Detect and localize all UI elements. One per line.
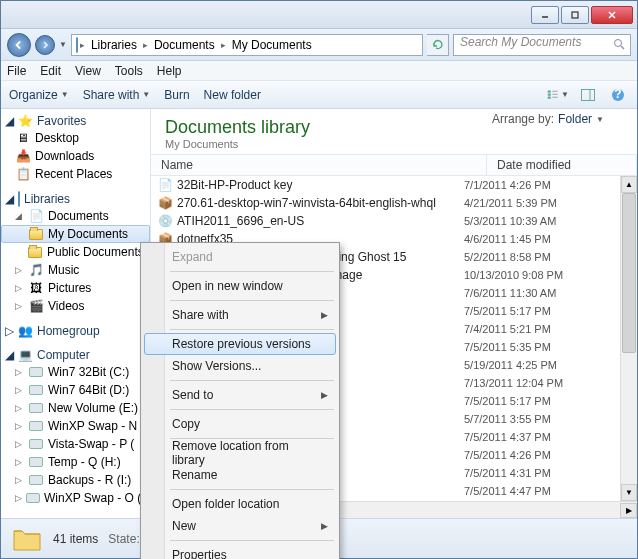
context-menu-item[interactable]: Show Versions... [144,355,336,377]
tree-desktop[interactable]: 🖥Desktop [1,129,150,147]
back-button[interactable] [7,33,31,57]
context-menu-item: Expand [144,246,336,268]
folder-icon [28,226,44,242]
search-input[interactable]: Search My Documents [453,34,631,56]
tree-drive[interactable]: ▷Temp - Q (H:) [1,453,150,471]
menu-view[interactable]: View [75,64,101,78]
share-with-button[interactable]: Share with ▼ [83,88,151,102]
maximize-button[interactable] [561,6,589,24]
arrange-by[interactable]: Arrange by: Folder ▼ [492,112,604,126]
view-options-button[interactable]: ▼ [547,86,569,104]
tree-documents[interactable]: ◢📄Documents [1,207,150,225]
expand-icon: ▷ [15,403,24,413]
collapse-icon: ◢ [5,192,14,206]
disk-icon [28,364,44,380]
menu-file[interactable]: File [7,64,26,78]
expand-icon: ▷ [5,324,14,338]
pictures-icon: 🖼 [28,280,44,296]
menu-separator [170,540,334,541]
expand-icon: ▷ [15,457,24,467]
arrange-value: Folder [558,112,592,126]
column-name[interactable]: Name [151,155,487,175]
tree-drive[interactable]: ▷Backups - R (I:) [1,471,150,489]
file-row[interactable]: 📄32Bit-HP-Product key7/1/2011 4:26 PM [151,176,620,194]
file-name: ATIH2011_6696_en-US [177,214,464,228]
close-button[interactable] [591,6,633,24]
context-menu-item[interactable]: Restore previous versions [144,333,336,355]
tree-drive[interactable]: ▷WinXP Swap - O (J:) [1,489,150,507]
submenu-arrow-icon: ▶ [321,310,328,320]
scroll-down-icon[interactable]: ▼ [621,484,637,501]
tree-downloads[interactable]: 📥Downloads [1,147,150,165]
file-date: 4/6/2011 1:45 PM [464,233,614,245]
column-date[interactable]: Date modified [487,155,637,175]
menu-help[interactable]: Help [157,64,182,78]
scroll-up-icon[interactable]: ▲ [621,176,637,193]
context-menu-item[interactable]: Send to▶ [144,384,336,406]
libraries-icon [18,192,20,206]
tree-favorites[interactable]: ◢⭐Favorites [1,113,150,129]
tree-pictures[interactable]: ▷🖼Pictures [1,279,150,297]
tree-music[interactable]: ▷🎵Music [1,261,150,279]
tree-computer[interactable]: ◢💻Computer [1,347,150,363]
expand-icon: ▷ [15,475,24,485]
expand-icon: ▷ [15,367,24,377]
breadcrumb-libraries[interactable]: Libraries [87,38,141,52]
file-row[interactable]: 📦270.61-desktop-win7-winvista-64bit-engl… [151,194,620,212]
context-menu-item[interactable]: Properties [144,544,336,559]
tree-drive[interactable]: ▷Win7 32Bit (C:) [1,363,150,381]
tree-drive[interactable]: ▷WinXP Swap - N [1,417,150,435]
tree-homegroup[interactable]: ▷👥Homegroup [1,323,150,339]
command-bar: Organize ▼ Share with ▼ Burn New folder … [1,81,637,109]
scroll-right-icon[interactable]: ▶ [620,503,637,518]
scroll-thumb[interactable] [622,193,636,353]
star-icon: ⭐ [18,114,33,128]
help-button[interactable]: ? [607,86,629,104]
tree-videos[interactable]: ▷🎬Videos [1,297,150,315]
file-date: 5/19/2011 4:25 PM [464,359,614,371]
tree-drive[interactable]: ▷New Volume (E:) [1,399,150,417]
svg-rect-1 [572,12,578,18]
search-placeholder: Search My Documents [460,35,581,49]
context-menu-item[interactable]: New▶ [144,515,336,537]
file-icon: 📦 [157,195,173,211]
nav-history-dropdown[interactable]: ▼ [59,40,67,49]
breadcrumb-mydocuments[interactable]: My Documents [228,38,316,52]
context-menu-item[interactable]: Share with▶ [144,304,336,326]
svg-rect-7 [548,93,551,95]
tree-public-documents[interactable]: Public Documents [1,243,150,261]
file-date: 5/3/2011 10:39 AM [464,215,614,227]
refresh-button[interactable] [427,34,449,56]
tree-libraries[interactable]: ◢Libraries [1,191,150,207]
music-icon: 🎵 [28,262,44,278]
tree-drive[interactable]: ▷Vista-Swap - P ( [1,435,150,453]
file-date: 7/5/2011 4:47 PM [464,485,614,497]
minimize-button[interactable] [531,6,559,24]
submenu-arrow-icon: ▶ [321,521,328,531]
address-bar[interactable]: ▸ Libraries ▸ Documents ▸ My Documents [71,34,423,56]
menu-tools[interactable]: Tools [115,64,143,78]
context-menu-item[interactable]: Rename [144,464,336,486]
context-menu-item[interactable]: Copy [144,413,336,435]
organize-button[interactable]: Organize ▼ [9,88,69,102]
chevron-right-icon: ▸ [221,40,226,50]
desktop-icon: 🖥 [15,130,31,146]
context-menu-item[interactable]: Open in new window [144,275,336,297]
tree-my-documents[interactable]: My Documents [1,225,150,243]
vertical-scrollbar[interactable]: ▲ ▼ [620,176,637,501]
preview-pane-button[interactable] [577,86,599,104]
library-icon [76,38,78,52]
new-folder-button[interactable]: New folder [204,88,261,102]
burn-button[interactable]: Burn [164,88,189,102]
file-date: 7/5/2011 5:35 PM [464,341,614,353]
file-row[interactable]: 💿ATIH2011_6696_en-US5/3/2011 10:39 AM [151,212,620,230]
tree-recent[interactable]: 📋Recent Places [1,165,150,183]
forward-button[interactable] [35,35,55,55]
menu-edit[interactable]: Edit [40,64,61,78]
menu-separator [170,329,334,330]
context-menu-item[interactable]: Remove location from library [144,442,336,464]
context-menu-item[interactable]: Open folder location [144,493,336,515]
chevron-right-icon: ▸ [143,40,148,50]
breadcrumb-documents[interactable]: Documents [150,38,219,52]
tree-drive[interactable]: ▷Win7 64Bit (D:) [1,381,150,399]
